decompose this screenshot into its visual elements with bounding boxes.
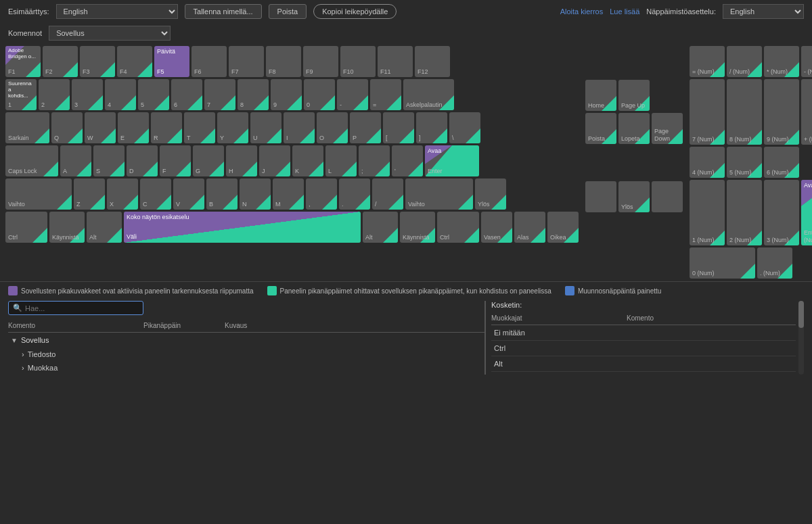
- key-w[interactable]: W: [85, 112, 116, 143]
- key-d[interactable]: D: [127, 145, 158, 176]
- key-left2[interactable]: [585, 181, 616, 212]
- key-num7[interactable]: 7 (Num): [690, 79, 725, 145]
- key-enter[interactable]: Avaa Enter: [425, 145, 479, 176]
- key-tab[interactable]: Sarkain: [5, 112, 49, 143]
- modifier-alt[interactable]: Alt: [491, 356, 796, 372]
- key-f9[interactable]: F9: [303, 46, 338, 77]
- key-f12[interactable]: F12: [415, 46, 450, 77]
- key-num-sub[interactable]: - (Num): [801, 46, 812, 77]
- key-n[interactable]: N: [240, 178, 271, 210]
- scrollbar-thumb[interactable]: [798, 301, 804, 328]
- read-more-link[interactable]: Lue lisää: [610, 7, 639, 16]
- key-backslash[interactable]: \: [449, 112, 480, 143]
- key-f10[interactable]: F10: [340, 46, 376, 77]
- key-num5[interactable]: 5 (Num): [727, 147, 762, 178]
- key-num-enter[interactable]: Avaa Enter (Num): [801, 180, 812, 245]
- key-backspace[interactable]: Askelpalautin: [403, 79, 454, 110]
- key-9[interactable]: 0: [304, 79, 335, 110]
- key-period[interactable]: .: [339, 178, 370, 210]
- group-tiedosto[interactable]: › Tiedosto: [8, 348, 484, 361]
- group-muokkaa[interactable]: › Muokkaa: [8, 361, 484, 375]
- key-a[interactable]: A: [60, 145, 91, 176]
- key-up2[interactable]: Ylös: [618, 181, 650, 212]
- key-num6[interactable]: 6 (Num): [764, 147, 799, 178]
- key-down[interactable]: Alas: [514, 212, 545, 243]
- start-tour-link[interactable]: Aloita kierros: [560, 7, 604, 16]
- key-left[interactable]: Vasen: [481, 212, 512, 243]
- key-p[interactable]: P: [350, 112, 381, 143]
- key-end[interactable]: Lopeta: [618, 113, 650, 144]
- commands-select[interactable]: Sovellus: [49, 26, 171, 41]
- key-2[interactable]: 3: [72, 79, 103, 110]
- key-num-mul[interactable]: * (Num): [764, 46, 799, 77]
- key-bracket-l[interactable]: [: [383, 112, 414, 143]
- key-quote[interactable]: ': [392, 145, 423, 176]
- key-pagedown[interactable]: Page Down: [652, 113, 683, 144]
- key-up[interactable]: Ylös: [475, 178, 506, 210]
- key-e[interactable]: E: [118, 112, 149, 143]
- search-input[interactable]: [25, 304, 139, 312]
- scrollbar-container[interactable]: [798, 301, 804, 375]
- preset-select[interactable]: English: [56, 4, 178, 19]
- key-delete[interactable]: Poista: [585, 113, 616, 144]
- key-k[interactable]: K: [292, 145, 323, 176]
- key-r[interactable]: R: [151, 112, 182, 143]
- key-num0[interactable]: 0 (Num): [690, 247, 755, 279]
- save-button[interactable]: Tallenna nimellä...: [185, 4, 262, 19]
- key-num9[interactable]: 9 (Num): [764, 79, 799, 145]
- key-num-add[interactable]: + (Num): [801, 79, 812, 145]
- delete-button[interactable]: Poista: [269, 4, 307, 19]
- key-s[interactable]: S: [93, 145, 125, 176]
- key-5[interactable]: 6: [171, 79, 202, 110]
- key-alt-l[interactable]: Alt: [87, 212, 122, 243]
- key-num-div[interactable]: / (Num): [727, 46, 762, 77]
- key-f7[interactable]: F7: [229, 46, 264, 77]
- key-f5[interactable]: Päivitä F5: [154, 46, 189, 77]
- key-caps[interactable]: Caps Lock: [5, 145, 58, 176]
- key-f8[interactable]: F8: [266, 46, 301, 77]
- key-y[interactable]: Y: [217, 112, 248, 143]
- key-ctrl-r[interactable]: Ctrl: [437, 212, 479, 243]
- key-h[interactable]: H: [226, 145, 257, 176]
- key-c[interactable]: C: [140, 178, 171, 210]
- key-comma[interactable]: ,: [306, 178, 337, 210]
- key-l[interactable]: L: [325, 145, 357, 176]
- key-b[interactable]: B: [206, 178, 238, 210]
- key-3[interactable]: 4: [105, 79, 136, 110]
- key-m[interactable]: M: [273, 178, 304, 210]
- key-t[interactable]: T: [184, 112, 215, 143]
- group-sovellus[interactable]: ▼ Sovellus: [8, 333, 484, 348]
- key-space[interactable]: Koko näytön esikatselu Väli: [124, 212, 361, 243]
- key-backtick[interactable]: Suurennaakohdis... 1: [5, 79, 37, 110]
- key-1[interactable]: 2: [39, 79, 70, 110]
- key-f1[interactable]: AdobeBridgen o... F1: [5, 46, 41, 77]
- key-x[interactable]: X: [107, 178, 138, 210]
- key-f3[interactable]: F3: [80, 46, 115, 77]
- key-numdot[interactable]: . (Num): [757, 247, 792, 279]
- key-alt-r[interactable]: Alt: [363, 212, 398, 243]
- key-ctrl-l[interactable]: Ctrl: [5, 212, 47, 243]
- key-start-r[interactable]: Käynnistä: [400, 212, 435, 243]
- copy-button[interactable]: Kopioi leikepöydälle: [313, 4, 397, 19]
- key-7[interactable]: 8: [238, 79, 269, 110]
- key-pageup[interactable]: Page Up: [618, 80, 650, 111]
- key-8[interactable]: 9: [271, 79, 302, 110]
- key-shift-r[interactable]: Vaihto: [405, 178, 473, 210]
- key-equals[interactable]: =: [370, 79, 401, 110]
- key-f4[interactable]: F4: [117, 46, 152, 77]
- key-slash[interactable]: /: [372, 178, 403, 210]
- key-f[interactable]: F: [160, 145, 191, 176]
- key-f11[interactable]: F11: [378, 46, 413, 77]
- key-num2[interactable]: 2 (Num): [727, 180, 762, 245]
- modifier-ctrl[interactable]: Ctrl: [491, 341, 796, 356]
- key-num1[interactable]: 1 (Num): [690, 180, 725, 245]
- key-f6[interactable]: F6: [191, 46, 227, 77]
- key-o[interactable]: O: [317, 112, 348, 143]
- modifier-ei-mitaan[interactable]: Ei mitään: [491, 325, 796, 341]
- key-num8[interactable]: 8 (Num): [727, 79, 762, 145]
- key-g[interactable]: G: [193, 145, 224, 176]
- key-f2[interactable]: F2: [43, 46, 78, 77]
- key-semicolon[interactable]: ;: [359, 145, 390, 176]
- key-6[interactable]: 7: [204, 79, 235, 110]
- key-q[interactable]: Q: [51, 112, 83, 143]
